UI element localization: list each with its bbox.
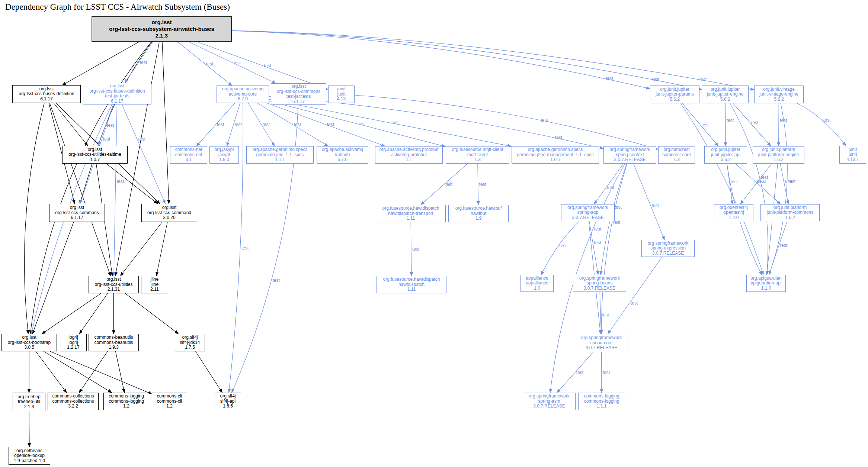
node-line: org.springframework [581,335,622,341]
edge-activemq-j2ee [269,99,512,146]
node-line: commons-logging [584,394,619,399]
node-hawtbuf: org.fusesource.hawtbufhawtbuf1.9 [448,205,509,222]
edge-test-label: test [555,135,563,140]
node-line: 6.1.17 [111,99,123,104]
node-line: commons-beanutils [94,340,133,345]
node-line: org.apache.activemq.protobuf [379,147,439,152]
edge-test-label: test [751,120,759,125]
edge-ccsCommand-jline [156,222,167,276]
node-line: 1.6.6 [223,404,233,409]
edge-test-label: test [594,240,601,245]
node-line: 3.2.2 [68,404,78,409]
edge-mqtt-hawtbuf [478,164,478,205]
node-line: org.apache.geronimo.specs [528,147,583,152]
edge-test-label: test [606,76,613,81]
node-line: commons-cli [157,394,182,399]
edge-test-label: test [479,182,487,187]
edge-test-label: test [560,243,567,248]
edge-root-vintEngine [232,30,754,90]
edge-test-label: test [780,243,788,248]
node-line: 1.9.0 [219,157,229,162]
node-line: junit [337,92,345,97]
node-line: 1.1.1 [597,404,607,409]
node-line: activemq-core [229,92,257,97]
node-line: org-lsst-ccs-buses-definition [19,91,74,97]
node-line: geronimo-jms_1.1_spec [256,152,304,158]
node-line: commons-net [175,147,202,152]
node-line: commons-logging [584,399,619,404]
node-junit413: junitjunit4.13 [328,86,355,103]
edge-busdef-taitime [54,103,88,146]
node-busdefTests: org.lsstorg-lsst-ccs-buses-definitiontes… [83,83,151,104]
edge-springCore-springAsm [557,352,593,393]
node-line: org.netbeans [16,448,42,454]
node-line: test-jar:tests [105,94,129,99]
node-line: 6.1.17 [40,97,52,102]
edge-busdef-bootstrap [25,103,44,334]
node-line: 2.11 [150,287,158,292]
node-line: jline [151,277,158,282]
edge-activemq-jms [248,103,275,146]
edge-taitime-ccsCommons [80,164,92,204]
dependency-graph-canvas: testtesttesttesttesttesttesttesttesttest… [0,0,868,467]
node-line: slf4j-api [220,399,236,404]
node-line: 3.0.7.RELEASE [572,215,603,220]
edge-root-busdefTests [125,42,153,83]
node-line: 5.6.2 [774,97,784,102]
node-line: commons-collections [52,399,94,404]
node-line: org.springframework [648,241,688,246]
node-ccsCommons: org.lsstorg-lsst-ccs-commons6.1.17 [49,204,105,222]
node-line: org.springframework [579,276,620,281]
node-line: junit-jupiter-engine [707,92,744,97]
node-line: org.springframework [567,205,608,210]
node-commonsNet: commons-netcommons-net3.1 [170,146,207,164]
node-line: 5.7.0 [238,97,248,102]
node-line: spring-expression [650,246,686,251]
node-line: 5.6.2 [720,97,730,102]
edge-root-commonsTests [189,42,276,83]
edge-test-label: test [727,118,734,123]
edge-hawtTransport-hawtdispatch [411,222,411,276]
node-freehep: org.freehepfreehep-util2.1.3 [13,393,45,411]
node-line: org.springframework [609,147,650,152]
node-openide: org.netbeansopenide-lookup1.9-patched-1.… [9,447,50,465]
node-line: 6.1.17 [292,99,305,104]
diagram-title: Dependency Graph for LSST CCS - Airwatch… [5,2,230,12]
node-line: 1.2.17 [67,345,79,350]
node-line: apiguardian-api [751,281,782,286]
node-line: commons-cli [157,399,182,404]
node-line: junit-vintage-engine [759,92,798,97]
edge-test-label: test [217,122,224,127]
node-hamcrest: org.hamcresthamcrest-core1.3 [658,146,695,164]
node-line: org.opentest4j [720,205,748,210]
edge-jupParams-jupApi [682,103,718,146]
edge-test-label: test [759,179,766,184]
node-line: commons-logging [109,394,144,399]
node-line: org-lsst-ccs-buses-definition [89,89,145,94]
node-line: 1.11 [407,216,415,221]
edge-test-label: test [603,370,610,375]
node-line: 1.0 [534,286,540,291]
node-mqtt: org.fusesource.mqtt-clientmqtt-client1.3 [446,146,509,164]
node-line: junit-platform-commons [767,210,813,215]
edge-test-label: test [445,182,453,187]
edge-busdefTests-ccsUtilities [114,104,117,276]
node-line: freehep-util [18,399,40,405]
node-line: 3.0.7.RELEASE [533,404,565,409]
node-line: spring-core [590,341,612,346]
node-line: org.slf4j [220,394,236,399]
node-line: commons-beanutils [94,335,133,340]
node-commonsCli: commons-clicommons-cli1.2 [152,393,187,410]
node-line: hawtdispatch-transport [388,211,433,216]
node-springContext: org.springframeworkspring-context3.0.7.R… [603,146,656,164]
edge-test-label: test [731,179,738,184]
node-line: org.junit.vintage [763,87,795,92]
edge-test-label: test [576,370,584,375]
edge-test-label: test [412,247,420,252]
node-line: spring-context [616,152,644,158]
edge-springContext-springCore [601,164,627,334]
node-line: test-jar:tests [286,94,311,99]
node-jline: jlinejline2.11 [141,276,168,293]
node-j2ee: org.apache.geronimo.specsgeronimo-j2ee-m… [512,146,599,164]
edge-test-label: test [117,179,124,184]
